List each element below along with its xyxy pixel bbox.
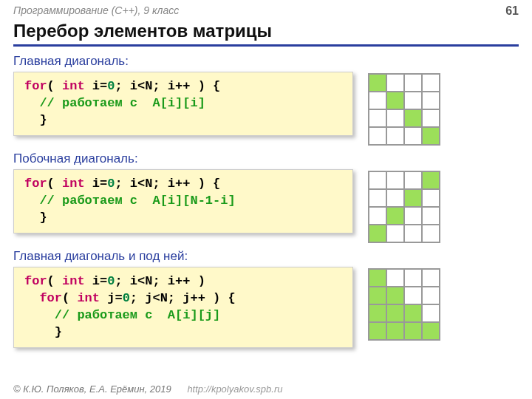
- grid-cell: [369, 225, 386, 242]
- grid-anti-diagonal: [368, 171, 440, 243]
- grid-cell: [386, 269, 404, 287]
- grid-cell: [404, 74, 422, 92]
- grid-cell: [404, 287, 422, 304]
- grid-cell: [422, 92, 440, 109]
- num: 0: [123, 291, 130, 305]
- txt: }: [24, 325, 62, 339]
- grid-cell: [422, 269, 440, 287]
- grid-cell: [404, 127, 422, 145]
- kw-for: for: [24, 274, 47, 288]
- grid-cell: [386, 127, 404, 145]
- grid-cell: [422, 207, 440, 225]
- footer-url: http://kpolyakov.spb.ru: [187, 383, 282, 395]
- txt: (: [47, 79, 62, 93]
- grid-cell: [369, 269, 386, 287]
- section-1-row: for( int i=0; i<N; i++ ) { // работаем с…: [13, 72, 519, 146]
- grid-main-diagonal: [368, 73, 440, 146]
- grid-cell: [422, 171, 440, 189]
- section-3-label: Главная диагональ и под ней:: [13, 249, 519, 264]
- grid-cell: [386, 74, 404, 92]
- code-anti-diagonal: for( int i=0; i<N; i++ ) { // работаем с…: [13, 169, 353, 233]
- kw-int: int: [62, 79, 85, 93]
- txt: }: [24, 211, 47, 225]
- code-main-diagonal: for( int i=0; i<N; i++ ) { // работаем с…: [13, 72, 353, 136]
- section-3-row: for( int i=0; i<N; i++ ) for( int j=0; j…: [13, 267, 519, 348]
- grid-cell: [404, 109, 422, 127]
- kw-for: for: [24, 177, 47, 191]
- grid-cell: [422, 74, 440, 92]
- grid-cell: [369, 287, 386, 304]
- grid-cell: [369, 304, 386, 322]
- grid-cell: [422, 304, 440, 322]
- grid-cell: [369, 92, 386, 109]
- grid-cell: [386, 225, 404, 242]
- grid-cell: [386, 287, 404, 304]
- grid-cell: [404, 304, 422, 322]
- grid-cell: [386, 171, 404, 189]
- txt: i=: [85, 274, 108, 288]
- course-name: Программирование (С++), 9 класс: [13, 4, 179, 18]
- kw-for: for: [39, 291, 62, 305]
- grid-cell: [386, 189, 404, 207]
- kw-for: for: [24, 79, 47, 93]
- grid-lower-triangle: [368, 268, 440, 341]
- page-number: 61: [505, 4, 519, 18]
- num: 0: [107, 274, 115, 288]
- txt: i=: [85, 177, 108, 191]
- grid-cell: [404, 171, 422, 189]
- grid-cell: [422, 109, 440, 127]
- grid-cell: [369, 171, 386, 189]
- section-2-row: for( int i=0; i<N; i++ ) { // работаем с…: [13, 169, 519, 243]
- txt: (: [62, 291, 77, 305]
- grid-cell: [422, 225, 440, 242]
- txt: ; i<N; i++ ) {: [115, 177, 220, 191]
- grid-cell: [404, 189, 422, 207]
- grid-cell: [369, 74, 386, 92]
- grid-cell: [369, 127, 386, 145]
- code-lower-triangle: for( int i=0; i<N; i++ ) for( int j=0; j…: [13, 267, 353, 348]
- grid-cell: [369, 109, 386, 127]
- grid-cell: [386, 304, 404, 322]
- num: 0: [107, 177, 115, 191]
- section-2-label: Побочная диагональ:: [13, 151, 519, 166]
- kw-int: int: [77, 291, 100, 305]
- grid-cell: [386, 92, 404, 109]
- grid-cell: [404, 269, 422, 287]
- grid-cell: [404, 322, 422, 340]
- txt: (: [47, 274, 62, 288]
- txt: ; i<N; i++ ): [115, 274, 213, 288]
- grid-cell: [369, 322, 386, 340]
- grid-cell: [404, 92, 422, 109]
- txt: }: [24, 113, 47, 127]
- kw-int: int: [62, 177, 85, 191]
- header-bar: Программирование (С++), 9 класс 61: [0, 0, 532, 19]
- content: Главная диагональ: for( int i=0; i<N; i+…: [0, 47, 532, 348]
- grid-cell: [422, 189, 440, 207]
- kw-int: int: [62, 274, 85, 288]
- comment: // работаем с A[i][i]: [24, 96, 205, 110]
- footer-credit: © К.Ю. Поляков, Е.А. Ерёмин, 2019: [13, 383, 171, 395]
- grid-cell: [386, 109, 404, 127]
- txt: j=: [100, 291, 123, 305]
- grid-cell: [422, 287, 440, 304]
- grid-cell: [369, 207, 386, 225]
- footer: © К.Ю. Поляков, Е.А. Ерёмин, 2019 http:/…: [13, 383, 282, 395]
- txt: ; j<N; j++ ) {: [130, 291, 236, 305]
- grid-cell: [369, 189, 386, 207]
- txt: (: [47, 177, 62, 191]
- grid-cell: [404, 225, 422, 242]
- grid-cell: [386, 207, 404, 225]
- txt: ; i<N; i++ ) {: [115, 79, 220, 93]
- grid-cell: [404, 207, 422, 225]
- page-title: Перебор элементов матрицы: [13, 21, 519, 47]
- comment: // работаем с A[i][N-1-i]: [24, 194, 236, 208]
- grid-cell: [422, 322, 440, 340]
- txt: i=: [85, 79, 108, 93]
- grid-cell: [422, 127, 440, 145]
- grid-cell: [386, 322, 404, 340]
- num: 0: [107, 79, 115, 93]
- comment: // работаем с A[i][j]: [24, 308, 220, 322]
- section-1-label: Главная диагональ:: [13, 54, 519, 69]
